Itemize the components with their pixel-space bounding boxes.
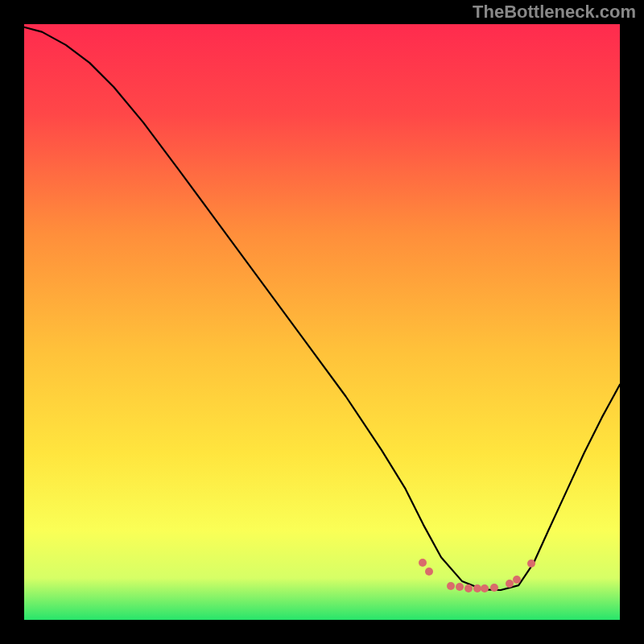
marker-dot (473, 584, 481, 592)
marker-dot (447, 582, 455, 590)
marker-dot (481, 584, 489, 592)
chart-container: TheBottleneck.com (0, 0, 644, 644)
chart-svg (0, 0, 644, 644)
marker-dot (490, 584, 498, 592)
gradient-background (24, 24, 620, 620)
marker-dot (513, 576, 521, 584)
marker-dot (456, 583, 464, 591)
watermark-text: TheBottleneck.com (473, 2, 636, 23)
marker-dot (425, 568, 433, 576)
marker-dot (527, 559, 535, 568)
marker-dot (464, 584, 473, 592)
marker-dot (506, 580, 514, 588)
marker-dot (419, 559, 427, 567)
